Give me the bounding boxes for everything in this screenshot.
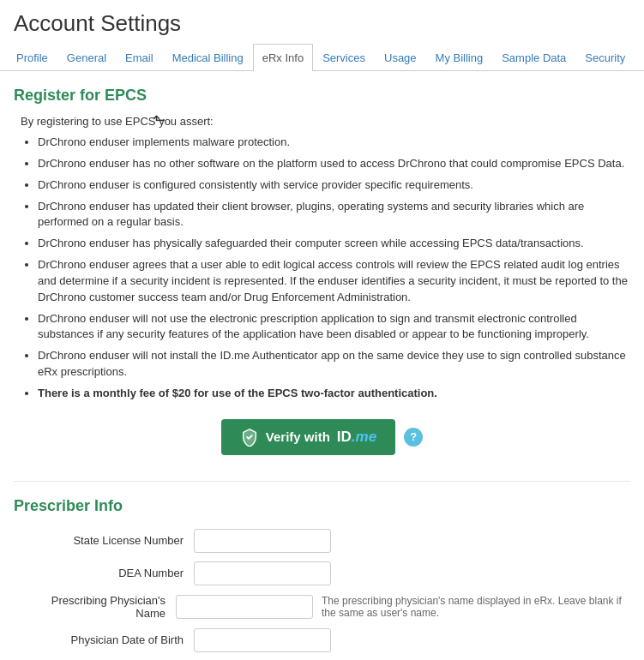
tab-general[interactable]: General [57,44,116,71]
tab-profile[interactable]: Profile [7,44,57,71]
physician-name-hint: The prescribing physician's name display… [322,595,630,619]
list-item: DrChrono enduser will not install the ID… [38,348,630,381]
physician-name-label: Prescribing Physician's Name [22,594,176,620]
list-item: DrChrono enduser has updated their clien… [38,199,630,231]
state-license-label: State License Number [22,534,194,547]
prescriber-form: State License Number DEA Number Prescrib… [22,529,630,660]
verify-idme-button[interactable]: Verify with ID.me [221,419,395,455]
section-divider [14,481,630,482]
dea-number-input[interactable] [194,561,331,585]
epcs-bullet-list: DrChrono enduser implements malware prot… [38,135,630,402]
list-item-fee: There is a monthly fee of $20 for use of… [38,386,630,402]
epcs-section: Register for EPCS By registering to use … [14,87,630,455]
tab-security[interactable]: Security [575,44,635,71]
epcs-intro: By registering to use EPCS you assert: [21,115,630,128]
page-title: Account Settings [0,0,644,44]
dob-row: Physician Date of Birth [22,628,630,652]
list-item: DrChrono enduser implements malware prot… [38,135,630,151]
verify-row: Verify with ID.me ? [14,419,630,455]
prescriber-section: Prescriber Info State License Number DEA… [14,497,630,660]
state-license-input[interactable] [194,529,331,553]
physician-name-row: Prescribing Physician's Name The prescri… [22,594,630,620]
verify-text: Verify with [266,429,330,444]
dea-number-label: DEA Number [22,567,194,579]
list-item: DrChrono enduser is configured consisten… [38,177,630,194]
list-item: DrChrono enduser agrees that a user able… [38,257,630,306]
help-icon[interactable]: ? [404,428,423,447]
tab-services[interactable]: Services [313,44,375,71]
tab-medical-billing[interactable]: Medical Billing [163,44,253,71]
list-item: DrChrono enduser will not use the electr… [38,311,630,344]
prescriber-section-title: Prescriber Info [14,497,630,515]
dea-number-row: DEA Number [22,561,630,585]
main-content: Register for EPCS By registering to use … [0,71,644,660]
shield-icon [240,428,259,447]
dob-label: Physician Date of Birth [22,633,194,646]
idme-logo: ID.me [337,429,376,446]
list-item: DrChrono enduser has physically safeguar… [38,236,630,252]
tab-erx-info[interactable]: eRx Info [253,44,313,71]
dob-input[interactable] [194,628,331,652]
tab-my-billing[interactable]: My Billing [426,44,493,71]
tab-email[interactable]: Email [116,44,163,71]
tab-bar: Profile General Email Medical Billing eR… [0,44,644,71]
tab-patient-payments[interactable]: Patient Payments [635,44,644,71]
state-license-row: State License Number [22,529,630,553]
navigation-tabs: Profile General Email Medical Billing eR… [0,44,644,71]
physician-name-input[interactable] [176,595,313,619]
tab-usage[interactable]: Usage [375,44,426,71]
epcs-section-title: Register for EPCS [14,87,630,105]
tab-sample-data[interactable]: Sample Data [492,44,575,71]
list-item: DrChrono enduser has no other software o… [38,156,630,172]
